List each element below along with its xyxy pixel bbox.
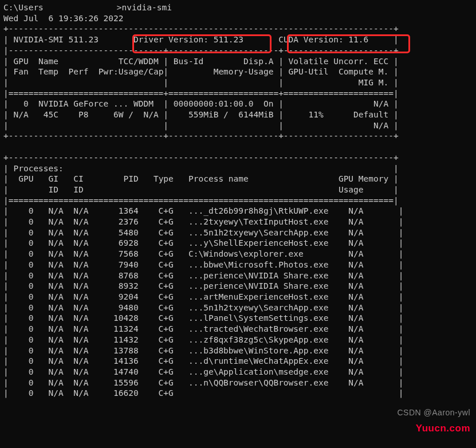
gpu-row-l2: N/A 45C P8 6W / N/A | 559MiB / 6144MiB |… bbox=[9, 110, 394, 119]
gpu-row-l1: 0 NVIDIA GeForce ... WDDM | 00000000:01:… bbox=[9, 99, 394, 108]
gpu-row-l3: | | N/A bbox=[9, 121, 394, 130]
col-header-l3: | | MIG M. bbox=[9, 78, 394, 87]
proc-cols1: GPU GI CI PID Type Process name GPU Memo… bbox=[9, 174, 394, 183]
prompt-path: C:\Users bbox=[3, 3, 44, 12]
watermark-yuucn: Yuucn.com bbox=[416, 423, 470, 434]
watermark-csdn: CSDN @Aaron-ywl bbox=[397, 407, 470, 418]
process-rows: | 0 N/A N/A 1364 C+G ..._dt26b99r8h8gj\R… bbox=[3, 206, 403, 398]
proc-title: Processes: bbox=[9, 164, 64, 173]
timestamp: Wed Jul 6 19:36:26 2022 bbox=[3, 14, 124, 23]
cuda-version: CUDA Version: 11.6 bbox=[278, 35, 368, 44]
terminal-output: C:\Users>nvidia-smi Wed Jul 6 19:36:26 2… bbox=[0, 0, 476, 401]
col-header-l2: Fan Temp Perf Pwr:Usage/Cap| Memory-Usag… bbox=[9, 67, 394, 76]
col-header-l1: GPU Name TCC/WDDM | Bus-Id Disp.A | Vola… bbox=[9, 57, 394, 66]
driver-version: Driver Version: 511.23 bbox=[133, 35, 243, 44]
nvidia-smi-version: NVIDIA-SMI 511.23 bbox=[13, 35, 98, 44]
command[interactable]: nvidia-smi bbox=[122, 3, 172, 12]
redacted-username bbox=[44, 5, 117, 13]
proc-cols2: ID ID Usage bbox=[9, 185, 394, 194]
